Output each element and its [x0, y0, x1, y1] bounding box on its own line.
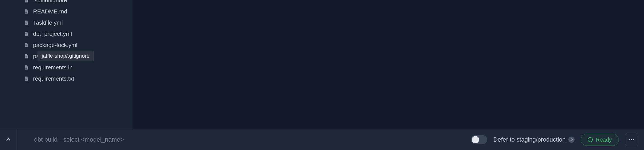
svg-point-0 [629, 139, 630, 140]
file-icon [24, 0, 29, 3]
file-item[interactable]: requirements.in [20, 62, 133, 73]
dbt-command-input[interactable] [23, 136, 465, 143]
file-name: dbt_project.yml [33, 31, 72, 37]
file-item[interactable]: Taskfile.yml [20, 17, 133, 28]
file-icon [24, 53, 29, 59]
file-tree-sidebar: .sqlfluffignore README.md Taskfile.yml d… [0, 0, 133, 129]
status-badge: Ready [581, 134, 619, 146]
file-icon [24, 9, 29, 14]
file-item[interactable]: requirements.txt [20, 73, 133, 84]
defer-label: Defer to staging/production ? [493, 136, 575, 143]
defer-toggle-container [471, 135, 487, 144]
svg-point-2 [633, 139, 634, 140]
help-icon[interactable]: ? [568, 137, 575, 143]
file-name: package-lock.yml [33, 42, 77, 48]
file-item[interactable]: .sqlfluffignore [20, 0, 133, 6]
file-icon [24, 76, 29, 81]
file-item[interactable]: packages.yml [20, 51, 133, 62]
file-name: packages.yml [33, 53, 68, 60]
file-list: .sqlfluffignore README.md Taskfile.yml d… [20, 0, 133, 84]
more-options-button[interactable] [625, 133, 638, 146]
file-icon [24, 65, 29, 70]
main-area: .sqlfluffignore README.md Taskfile.yml d… [0, 0, 644, 129]
file-icon [24, 31, 29, 37]
file-name: requirements.txt [33, 75, 74, 82]
file-item[interactable]: dbt_project.yml [20, 28, 133, 39]
file-item[interactable]: package-lock.yml [20, 39, 133, 51]
file-name: requirements.in [33, 64, 73, 71]
file-name: README.md [33, 8, 67, 15]
bottom-console-bar: Defer to staging/production ? Ready [0, 129, 644, 150]
toggle-thumb [472, 136, 479, 143]
file-item[interactable]: README.md [20, 6, 133, 17]
file-name: .sqlfluffignore [33, 0, 67, 4]
defer-label-text: Defer to staging/production [493, 136, 566, 143]
status-label: Ready [596, 137, 612, 143]
file-icon [24, 42, 29, 48]
more-horizontal-icon [628, 136, 635, 143]
expand-console-button[interactable] [0, 129, 17, 150]
file-name: Taskfile.yml [33, 19, 63, 26]
defer-toggle[interactable] [471, 135, 487, 144]
editor-area [133, 0, 644, 129]
chevron-up-icon [5, 136, 12, 143]
status-circle-icon [588, 137, 593, 142]
svg-point-1 [631, 139, 632, 140]
file-icon [24, 20, 29, 25]
